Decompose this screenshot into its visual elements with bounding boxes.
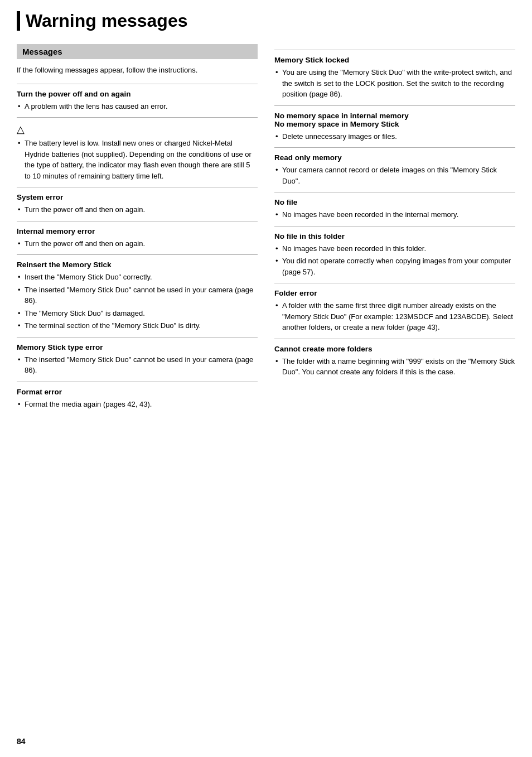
bullet-list-memory-stick-type-error: The inserted "Memory Stick Duo" cannot b… (17, 354, 258, 376)
bullet-item: Format the media again (pages 42, 43). (17, 399, 258, 410)
section-title-system-error: System error (17, 193, 258, 201)
divider (274, 192, 515, 192)
bullet-item: The inserted "Memory Stick Duo" cannot b… (17, 354, 258, 376)
section-title-format-error: Format error (17, 388, 258, 396)
bullet-item: The terminal section of the "Memory Stic… (17, 320, 258, 331)
divider (274, 50, 515, 50)
two-column-layout: Messages If the following messages appea… (17, 44, 515, 413)
bullet-item: Your camera cannot record or delete imag… (274, 165, 515, 186)
section-turn-power: Turn the power off and on again A proble… (17, 90, 258, 112)
divider (274, 339, 515, 339)
bullet-item: The folder with a name beginning with "9… (274, 356, 515, 378)
bullet-item: Insert the "Memory Stick Duo" correctly. (17, 272, 258, 283)
bullet-list-battery: The battery level is low. Install new on… (17, 138, 258, 181)
section-title-no-file: No file (274, 198, 515, 206)
bullet-list-system-error: Turn the power off and then on again. (17, 204, 258, 215)
section-title-memory-stick-type-error: Memory Stick type error (17, 343, 258, 351)
bullet-list-memory-stick-locked: You are using the "Memory Stick Duo" wit… (274, 67, 515, 100)
intro-text: If the following messages appear, follow… (17, 65, 258, 76)
bullet-list-format-error: Format the media again (pages 42, 43). (17, 399, 258, 410)
section-no-memory-space: No memory space in internal memoryNo mem… (274, 112, 515, 142)
bullet-item: You are using the "Memory Stick Duo" wit… (274, 67, 515, 100)
section-no-file: No file No images have been recorded in … (274, 198, 515, 220)
section-title-cannot-create-more-folders: Cannot create more folders (274, 345, 515, 353)
bullet-list-no-file-in-folder: No images have been recorded in this fol… (274, 243, 515, 278)
section-read-only-memory: Read only memory Your camera cannot reco… (274, 153, 515, 186)
section-internal-memory-error: Internal memory error Turn the power off… (17, 227, 258, 249)
section-title-turn-power: Turn the power off and on again (17, 90, 258, 98)
section-title-internal-memory-error: Internal memory error (17, 227, 258, 235)
section-system-error: System error Turn the power off and then… (17, 193, 258, 215)
section-reinsert-memory-stick: Reinsert the Memory Stick Insert the "Me… (17, 261, 258, 331)
bullet-item: No images have been recorded in this fol… (274, 243, 515, 254)
bullet-list-reinsert-memory-stick: Insert the "Memory Stick Duo" correctly.… (17, 272, 258, 331)
divider (274, 105, 515, 106)
section-format-error: Format error Format the media again (pag… (17, 388, 258, 410)
section-title-folder-error: Folder error (274, 289, 515, 297)
bullet-list-read-only-memory: Your camera cannot record or delete imag… (274, 165, 515, 186)
page: Warning messages Messages If the followi… (0, 0, 532, 435)
page-number: 84 (17, 737, 26, 746)
bullet-item: The "Memory Stick Duo" is damaged. (17, 308, 258, 319)
bullet-item: A problem with the lens has caused an er… (17, 101, 258, 112)
page-title: Warning messages (17, 11, 515, 31)
section-no-file-in-folder: No file in this folder No images have be… (274, 232, 515, 278)
bullet-item: The inserted "Memory Stick Duo" cannot b… (17, 285, 258, 306)
section-title-reinsert-memory-stick: Reinsert the Memory Stick (17, 261, 258, 269)
bullet-list-no-file: No images have been recorded in the inte… (274, 209, 515, 220)
divider (274, 283, 515, 283)
section-battery: △ The battery level is low. Install new … (17, 123, 258, 181)
bullet-item: Delete unnecessary images or files. (274, 131, 515, 142)
bullet-list-no-memory-space: Delete unnecessary images or files. (274, 131, 515, 142)
bullet-list-turn-power: A problem with the lens has caused an er… (17, 101, 258, 112)
messages-header: Messages (17, 44, 258, 59)
bullet-list-internal-memory-error: Turn the power off and then on again. (17, 238, 258, 249)
section-cannot-create-more-folders: Cannot create more folders The folder wi… (274, 345, 515, 378)
divider (17, 84, 258, 84)
section-title-no-file-in-folder: No file in this folder (274, 232, 515, 240)
bullet-list-folder-error: A folder with the same first three digit… (274, 300, 515, 333)
divider (274, 226, 515, 226)
bullet-item: No images have been recorded in the inte… (274, 209, 515, 220)
divider (17, 187, 258, 187)
right-column: Memory Stick locked You are using the "M… (274, 44, 515, 413)
bullet-item: You did not operate correctly when copyi… (274, 255, 515, 277)
divider (274, 147, 515, 148)
bullet-list-cannot-create-more-folders: The folder with a name beginning with "9… (274, 356, 515, 378)
divider (17, 221, 258, 221)
section-title-memory-stick-locked: Memory Stick locked (274, 56, 515, 64)
section-memory-stick-type-error: Memory Stick type error The inserted "Me… (17, 343, 258, 376)
divider (17, 337, 258, 337)
section-memory-stick-locked: Memory Stick locked You are using the "M… (274, 56, 515, 100)
bullet-item: Turn the power off and then on again. (17, 204, 258, 215)
section-title-no-memory-space: No memory space in internal memoryNo mem… (274, 112, 515, 128)
bullet-item: Turn the power off and then on again. (17, 238, 258, 249)
bullet-item: The battery level is low. Install new on… (17, 138, 258, 181)
battery-low-icon: △ (17, 123, 258, 136)
section-folder-error: Folder error A folder with the same firs… (274, 289, 515, 333)
left-column: Messages If the following messages appea… (17, 44, 258, 413)
divider (17, 382, 258, 382)
divider (17, 117, 258, 118)
section-title-read-only-memory: Read only memory (274, 153, 515, 162)
divider (17, 254, 258, 255)
bullet-item: A folder with the same first three digit… (274, 300, 515, 333)
